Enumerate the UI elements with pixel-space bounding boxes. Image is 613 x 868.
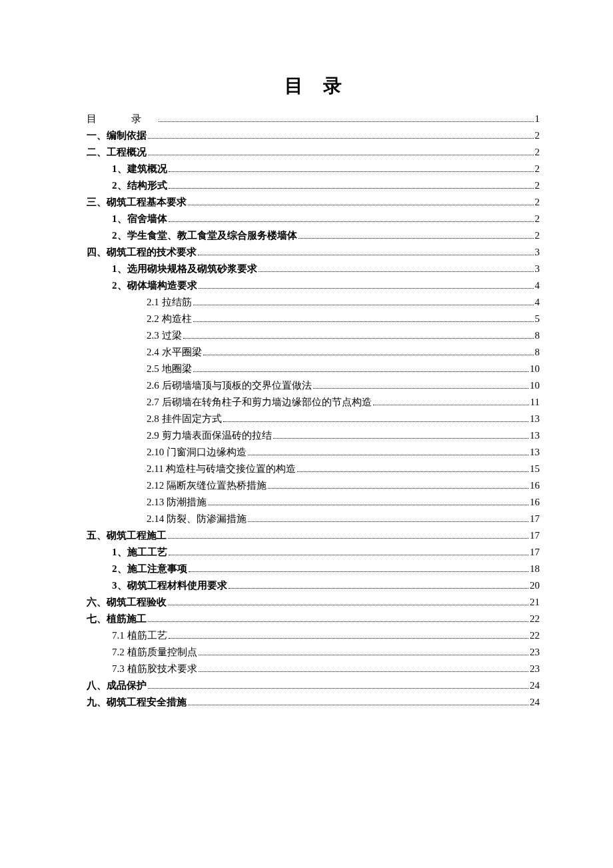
toc-entry: 七、植筋施工22 <box>87 611 540 627</box>
toc-page-number: 24 <box>530 694 540 710</box>
toc-leader-dots <box>373 397 529 405</box>
toc-page-number: 2 <box>535 177 540 193</box>
toc-entry: 2.13 防潮措施16 <box>87 494 540 510</box>
toc-page-number: 21 <box>530 594 540 610</box>
toc-page-number: 1 <box>535 111 540 127</box>
toc-entry: 2.8 挂件固定方式13 <box>87 411 540 427</box>
toc-page-number: 4 <box>535 294 540 310</box>
toc-page-number: 17 <box>530 511 540 527</box>
toc-page-number: 2 <box>535 161 540 177</box>
toc-label: 六、砌筑工程验收 <box>87 594 167 610</box>
document-page: 目录 目 录1一、编制依据2二、工程概况21、建筑概况22、结构形式2三、砌筑工… <box>0 0 613 710</box>
toc-entry: 1、宿舍墙体2 <box>87 211 540 227</box>
toc-page-number: 23 <box>530 661 540 677</box>
toc-leader-dots <box>208 497 528 505</box>
toc-entry: 六、砌筑工程验收21 <box>87 594 540 610</box>
toc-label: 7.2 植筋质量控制点 <box>112 644 197 660</box>
toc-leader-dots <box>169 630 529 639</box>
toc-label: 2.3 过梁 <box>147 327 182 343</box>
toc-entry: 1、施工工艺17 <box>87 544 540 560</box>
toc-label: 八、成品保护 <box>87 677 147 693</box>
toc-entry: 2.9 剪力墙表面保温砖的拉结13 <box>87 427 540 443</box>
toc-page-number: 2 <box>535 144 540 160</box>
toc-leader-dots <box>199 647 529 655</box>
toc-entry: 1、建筑概况2 <box>87 161 540 177</box>
toc-label: 2、施工注意事项 <box>112 561 187 577</box>
toc-entry: 2.7 后砌墙在转角柱子和剪力墙边缘部位的节点构造11 <box>87 394 540 410</box>
toc-label: 1、建筑概况 <box>112 161 167 177</box>
toc-label: 四、砌筑工程的技术要求 <box>87 244 197 260</box>
toc-entry: 一、编制依据2 <box>87 127 540 143</box>
toc-label: 2.11 构造柱与砖墙交接位置的构造 <box>147 461 296 477</box>
toc-page-number: 18 <box>530 561 540 577</box>
toc-page-number: 16 <box>530 494 540 510</box>
toc-page-number: 8 <box>535 327 540 343</box>
toc-leader-dots <box>299 230 534 239</box>
toc-label: 2.13 防潮措施 <box>147 494 207 510</box>
toc-entry: 2.6 后砌墙墙顶与顶板的交界位置做法10 <box>87 377 540 393</box>
toc-label: 2.7 后砌墙在转角柱子和剪力墙边缘部位的节点构造 <box>147 394 372 410</box>
toc-leader-dots <box>193 313 534 322</box>
toc-label: 2.12 隔断灰缝位置热桥措施 <box>147 477 267 493</box>
page-title: 目录 <box>87 73 540 99</box>
toc-leader-dots <box>248 447 528 455</box>
toc-page-number: 15 <box>530 461 540 477</box>
toc-leader-dots <box>198 247 534 255</box>
toc-leader-dots <box>168 530 528 539</box>
toc-entry: 目 录1 <box>87 111 540 127</box>
toc-label: 2.2 构造柱 <box>147 311 192 327</box>
toc-label: 2、学生食堂、教工食堂及综合服务楼墙体 <box>112 227 297 243</box>
toc-entry: 7.1 植筋工艺22 <box>87 627 540 643</box>
toc-page-number: 17 <box>530 527 540 543</box>
toc-leader-dots <box>193 363 529 372</box>
toc-label: 1、宿舍墙体 <box>112 211 167 227</box>
toc-label: 二、工程概况 <box>87 144 147 160</box>
toc-page-number: 10 <box>530 377 540 393</box>
toc-leader-dots <box>169 163 534 172</box>
toc-leader-dots <box>193 297 534 305</box>
toc-entry: 九、砌筑工程安全措施24 <box>87 694 540 710</box>
toc-page-number: 2 <box>535 127 540 143</box>
toc-label: 3、砌筑工程材料使用要求 <box>112 577 227 593</box>
toc-entry: 五、砌筑工程施工17 <box>87 527 540 543</box>
toc-page-number: 13 <box>530 444 540 460</box>
toc-leader-dots <box>168 597 528 605</box>
toc-label: 七、植筋施工 <box>87 611 147 627</box>
toc-page-number: 2 <box>535 194 540 210</box>
toc-entry: 2.5 地圈梁10 <box>87 361 540 377</box>
toc-page-number: 4 <box>535 277 540 293</box>
toc-page-number: 3 <box>535 244 540 260</box>
toc-page-number: 13 <box>530 411 540 427</box>
toc-leader-dots <box>199 663 529 672</box>
toc-entry: 2.3 过梁8 <box>87 327 540 343</box>
toc-leader-dots <box>169 547 529 555</box>
toc-label: 2.14 防裂、防渗漏措施 <box>147 511 247 527</box>
toc-page-number: 20 <box>530 577 540 593</box>
toc-leader-dots <box>148 680 528 689</box>
toc-entry: 2.10 门窗洞口边缘构造13 <box>87 444 540 460</box>
toc-leader-dots <box>148 613 528 622</box>
toc-entry: 7.3 植筋胶技术要求23 <box>87 661 540 677</box>
toc-leader-dots <box>188 697 528 705</box>
toc-leader-dots <box>248 513 528 522</box>
toc-label: 2.9 剪力墙表面保温砖的拉结 <box>147 427 272 443</box>
toc-label: 1、选用砌块规格及砌筑砂浆要求 <box>112 261 257 277</box>
toc-label: 三、砌筑工程基本要求 <box>87 194 187 210</box>
toc-page-number: 11 <box>530 394 540 410</box>
toc-leader-dots <box>189 563 529 572</box>
toc-entry: 四、砌筑工程的技术要求3 <box>87 244 540 260</box>
toc-page-number: 23 <box>530 644 540 660</box>
toc-entry: 2.4 水平圈梁8 <box>87 344 540 360</box>
toc-page-number: 2 <box>535 227 540 243</box>
toc-label: 7.3 植筋胶技术要求 <box>112 661 197 677</box>
toc-label: 1、施工工艺 <box>112 544 167 560</box>
toc-page-number: 2 <box>535 211 540 227</box>
toc-label: 2.4 水平圈梁 <box>147 344 202 360</box>
toc-page-number: 24 <box>530 677 540 693</box>
toc-leader-dots <box>148 130 534 139</box>
toc-label: 2.10 门窗洞口边缘构造 <box>147 444 247 460</box>
toc-entry: 2.14 防裂、防渗漏措施17 <box>87 511 540 527</box>
toc-page-number: 16 <box>530 477 540 493</box>
toc-label: 7.1 植筋工艺 <box>112 627 167 643</box>
toc-page-number: 13 <box>530 427 540 443</box>
